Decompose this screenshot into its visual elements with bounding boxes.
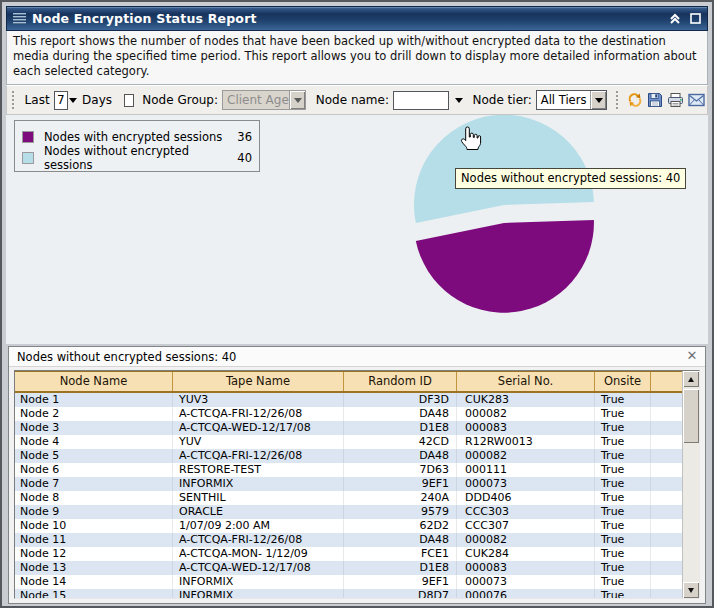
cell-random-id: 9EF1 bbox=[344, 575, 457, 589]
node-tier-select[interactable]: All Tiers bbox=[536, 90, 608, 110]
print-icon[interactable] bbox=[667, 91, 684, 110]
table-row[interactable]: Node 8SENTHIL240ADDD406True bbox=[15, 491, 682, 505]
cell-serial-no-: 000073 bbox=[457, 477, 595, 491]
drilldown-table: Node NameTape NameRandom IDSerial No.Ons… bbox=[14, 370, 700, 599]
node-name-label: Node name: bbox=[316, 93, 389, 107]
cell-filler bbox=[651, 519, 682, 533]
report-description: This report shows the number of nodes th… bbox=[6, 31, 708, 85]
table-row[interactable]: Node 12A-CTCQA-MON- 1/12/09FCE1CUK284Tru… bbox=[15, 547, 682, 561]
days-count-select[interactable]: 7 bbox=[54, 91, 68, 110]
legend-swatch bbox=[22, 131, 34, 143]
table-row[interactable]: Node 15INFORMIXD8D7000076True bbox=[15, 589, 682, 599]
cell-filler bbox=[651, 505, 682, 519]
legend-label: Nodes without encrypted sessions bbox=[44, 144, 230, 172]
cell-tape-name: INFORMIX bbox=[173, 575, 344, 589]
drilldown-panel-header: Nodes without encrypted sessions: 40 ✕ bbox=[9, 347, 705, 367]
cell-serial-no-: 000083 bbox=[457, 421, 595, 435]
cell-filler bbox=[651, 575, 682, 589]
column-header-random-id[interactable]: Random ID bbox=[344, 372, 457, 391]
cell-tape-name: 1/07/09 2:00 AM bbox=[173, 519, 344, 533]
cell-random-id: 7D63 bbox=[344, 463, 457, 477]
close-icon[interactable]: ✕ bbox=[683, 349, 701, 365]
toolbar: Last 7 Days Node Group: Client Agent Nod… bbox=[6, 85, 708, 115]
cell-node-name: Node 2 bbox=[15, 407, 173, 421]
table-row[interactable]: Node 6RESTORE-TEST7D63000111True bbox=[15, 463, 682, 477]
titlebar: Node Encryption Status Report bbox=[6, 6, 708, 31]
legend-label: Nodes with encrypted sessions bbox=[44, 130, 230, 144]
cell-serial-no-: 000082 bbox=[457, 407, 595, 421]
column-header-serial-no-[interactable]: Serial No. bbox=[457, 372, 595, 391]
chart-area: Nodes with encrypted sessions36Nodes wit… bbox=[6, 115, 708, 344]
cell-node-name: Node 3 bbox=[15, 421, 173, 435]
cell-node-name: Node 10 bbox=[15, 519, 173, 533]
table-row[interactable]: Node 2A-CTCQA-FRI-12/26/08DA48000082True bbox=[15, 407, 682, 421]
legend-item[interactable]: Nodes without encrypted sessions40 bbox=[22, 147, 252, 168]
column-header-node-name[interactable]: Node Name bbox=[15, 372, 173, 391]
node-tier-dropdown-icon[interactable] bbox=[590, 91, 606, 109]
cell-onsite: True bbox=[595, 393, 651, 407]
cell-filler bbox=[651, 393, 682, 407]
column-header-onsite[interactable]: Onsite bbox=[595, 372, 651, 391]
cell-filler bbox=[651, 435, 682, 449]
node-name-input[interactable] bbox=[393, 91, 449, 110]
cell-serial-no-: R12RW0013 bbox=[457, 435, 595, 449]
node-name-dropdown-icon[interactable] bbox=[454, 91, 464, 110]
table-row[interactable]: Node 1YUV3DF3DCUK283True bbox=[15, 393, 682, 407]
cell-onsite: True bbox=[595, 449, 651, 463]
save-icon[interactable] bbox=[647, 91, 663, 110]
cell-tape-name: SENTHIL bbox=[173, 491, 344, 505]
cell-random-id: 9579 bbox=[344, 505, 457, 519]
collapse-icon[interactable] bbox=[667, 11, 683, 27]
email-icon[interactable] bbox=[688, 91, 705, 110]
table-row[interactable]: Node 101/07/09 2:00 AM62D2CCC307True bbox=[15, 519, 682, 533]
vertical-scrollbar[interactable] bbox=[682, 371, 699, 598]
pie-slice-nodes-with-encrypted-sessions[interactable] bbox=[416, 220, 594, 313]
cell-random-id: DA48 bbox=[344, 449, 457, 463]
cell-random-id: D1E8 bbox=[344, 561, 457, 575]
cell-tape-name: INFORMIX bbox=[173, 589, 344, 599]
cell-node-name: Node 12 bbox=[15, 547, 173, 561]
node-group-label: Node Group: bbox=[142, 93, 218, 107]
node-group-checkbox[interactable] bbox=[124, 94, 134, 107]
scrollbar-thumb[interactable] bbox=[683, 389, 699, 443]
cell-tape-name: A-CTCQA-FRI-12/26/08 bbox=[173, 449, 344, 463]
table-row[interactable]: Node 14INFORMIX9EF1000073True bbox=[15, 575, 682, 589]
table-row[interactable]: Node 13A-CTCQA-WED-12/17/08D1E8000083Tru… bbox=[15, 561, 682, 575]
cell-onsite: True bbox=[595, 491, 651, 505]
cell-tape-name: A-CTCQA-FRI-12/26/08 bbox=[173, 533, 344, 547]
scroll-down-icon[interactable] bbox=[683, 582, 699, 598]
column-header-tape-name[interactable]: Tape Name bbox=[173, 372, 344, 391]
table-row[interactable]: Node 11A-CTCQA-FRI-12/26/08DA48000082Tru… bbox=[15, 533, 682, 547]
node-group-dropdown-icon[interactable] bbox=[289, 91, 305, 109]
toolbar-grip-handle[interactable] bbox=[11, 90, 15, 110]
cell-node-name: Node 14 bbox=[15, 575, 173, 589]
cell-filler bbox=[651, 477, 682, 491]
table-row[interactable]: Node 4YUV42CDR12RW0013True bbox=[15, 435, 682, 449]
cell-random-id: DF3D bbox=[344, 393, 457, 407]
table-grid: Node NameTape NameRandom IDSerial No.Ons… bbox=[15, 371, 682, 598]
cell-onsite: True bbox=[595, 561, 651, 575]
scroll-up-icon[interactable] bbox=[683, 371, 699, 387]
maximize-icon[interactable] bbox=[687, 11, 703, 27]
pie-tooltip: Nodes without encrypted sessions: 40 bbox=[455, 168, 686, 189]
node-tier-label: Node tier: bbox=[472, 93, 531, 107]
cell-random-id: DA48 bbox=[344, 407, 457, 421]
refresh-icon[interactable] bbox=[627, 91, 643, 110]
cell-tape-name: YUV bbox=[173, 435, 344, 449]
pie-chart bbox=[380, 115, 640, 327]
node-group-select[interactable]: Client Agent bbox=[222, 90, 306, 110]
table-row[interactable]: Node 9ORACLE9579CCC303True bbox=[15, 505, 682, 519]
days-count-dropdown-icon[interactable] bbox=[68, 91, 78, 110]
table-row[interactable]: Node 7INFORMIX9EF1000073True bbox=[15, 477, 682, 491]
legend-value: 40 bbox=[230, 151, 252, 165]
cell-onsite: True bbox=[595, 407, 651, 421]
table-row[interactable]: Node 5A-CTCQA-FRI-12/26/08DA48000082True bbox=[15, 449, 682, 463]
cell-serial-no-: CCC303 bbox=[457, 505, 595, 519]
cell-onsite: True bbox=[595, 519, 651, 533]
cell-serial-no-: 000082 bbox=[457, 533, 595, 547]
report-window: Node Encryption Status Report This repor… bbox=[0, 0, 714, 608]
cell-onsite: True bbox=[595, 421, 651, 435]
table-row[interactable]: Node 3A-CTCQA-WED-12/17/08D1E8000083True bbox=[15, 421, 682, 435]
cell-filler bbox=[651, 533, 682, 547]
cell-filler bbox=[651, 589, 682, 599]
